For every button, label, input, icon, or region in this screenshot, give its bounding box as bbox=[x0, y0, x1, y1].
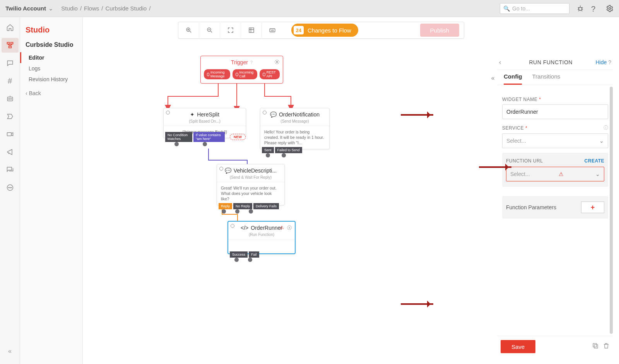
global-search[interactable]: 🔍 Go to... bbox=[500, 3, 569, 14]
sidebar-item-revision-history[interactable]: Revision History bbox=[20, 74, 82, 85]
zoom-in-icon[interactable] bbox=[178, 22, 199, 39]
runner-sub: (Run Function) bbox=[228, 232, 295, 239]
gear-icon[interactable] bbox=[274, 59, 280, 66]
keyboard-icon[interactable] bbox=[262, 22, 283, 39]
svg-rect-18 bbox=[594, 345, 598, 348]
port-no-condition[interactable]: No Condition Matches bbox=[165, 132, 192, 142]
save-button[interactable]: Save bbox=[501, 340, 535, 353]
port-failed[interactable]: Failed to Send bbox=[275, 147, 302, 153]
svg-rect-2 bbox=[7, 43, 9, 44]
panel-hide-link[interactable]: Hide ? bbox=[595, 59, 611, 65]
rail-messaging-icon[interactable] bbox=[2, 56, 19, 70]
panel-back-icon[interactable]: ‹ bbox=[499, 59, 506, 66]
help-icon[interactable]: ? bbox=[591, 5, 599, 12]
search-placeholder: Go to... bbox=[512, 5, 530, 12]
svg-point-9 bbox=[7, 185, 13, 191]
sidebar-back-label: Back bbox=[29, 90, 41, 96]
service-select[interactable]: Select... ⌄ bbox=[502, 133, 608, 148]
sidebar-item-logs[interactable]: Logs bbox=[20, 63, 82, 74]
ordernotif-sub: (Send Message) bbox=[260, 119, 329, 126]
account-name[interactable]: Twilio Account bbox=[5, 5, 46, 12]
vehicle-sub: (Send & Wait For Reply) bbox=[217, 175, 284, 182]
fit-screen-icon[interactable] bbox=[220, 22, 241, 39]
anchor-dot bbox=[166, 111, 170, 114]
port-if-value[interactable]: If value contains "am here" bbox=[193, 132, 225, 142]
changes-to-flow-pill[interactable]: 24 Changes to Flow bbox=[291, 24, 358, 37]
canvas-toolbar: 24 Changes to Flow Publish bbox=[178, 22, 464, 39]
port-success[interactable]: Success bbox=[230, 251, 248, 258]
rail-notify-icon[interactable] bbox=[2, 145, 19, 159]
rail-more-icon[interactable] bbox=[2, 180, 19, 195]
create-link[interactable]: CREATE bbox=[585, 158, 604, 164]
rail-studio-icon[interactable] bbox=[2, 38, 19, 53]
rail-autopilot-icon[interactable] bbox=[2, 91, 19, 106]
service-label: SERVICE* ⓘ bbox=[502, 125, 608, 131]
trigger-pill-message[interactable]: Incoming Message bbox=[204, 69, 230, 79]
crumb-flows[interactable]: Flows bbox=[84, 5, 99, 12]
rail-hash-icon[interactable]: # bbox=[2, 73, 19, 88]
trigger-pill-call[interactable]: Incoming Call bbox=[233, 69, 258, 79]
port-sent[interactable]: Sent bbox=[262, 147, 274, 153]
tab-transitions[interactable]: Transitions bbox=[532, 73, 560, 85]
zoom-out-icon[interactable] bbox=[199, 22, 220, 39]
sidebar-item-editor[interactable]: Editor bbox=[20, 52, 82, 63]
panel-collapse-icon[interactable]: « bbox=[489, 74, 497, 82]
widget-ordernotification[interactable]: 💬OrderNotification (Send Message) Hello!… bbox=[260, 108, 330, 149]
info-icon[interactable]: ⓘ bbox=[604, 125, 609, 131]
breadcrumb: Twilio Account ⌄ Studio / Flows / Curbsi… bbox=[5, 5, 150, 12]
publish-button[interactable]: Publish bbox=[420, 24, 459, 37]
widget-name-label: WIDGET NAME* bbox=[502, 97, 608, 102]
debug-icon[interactable] bbox=[576, 5, 584, 12]
widget-trigger[interactable]: Trigger? Incoming Message Incoming Call … bbox=[200, 56, 283, 84]
svg-rect-8 bbox=[7, 133, 11, 136]
widget-name-input[interactable] bbox=[502, 104, 608, 119]
split-icon: ✦ bbox=[190, 111, 195, 118]
error-icon: ⚠ bbox=[280, 225, 284, 230]
anchor-dot bbox=[231, 224, 234, 228]
sidebar-title: Studio bbox=[20, 26, 82, 41]
panel-scrollbar[interactable] bbox=[610, 87, 613, 334]
port-reply[interactable]: Reply bbox=[219, 203, 232, 209]
crumb-sep: / bbox=[80, 5, 82, 12]
svg-rect-4 bbox=[9, 46, 11, 48]
service-placeholder: Select... bbox=[506, 138, 526, 144]
trigger-pill-rest[interactable]: REST API bbox=[260, 69, 280, 79]
hide-label: Hide bbox=[595, 59, 607, 65]
widget-orderrunner[interactable]: </>OrderRunner ⚠ ⓧ (Run Function) Succes… bbox=[227, 221, 296, 254]
vehicle-body: Great! We'll run your order out. What do… bbox=[217, 182, 284, 205]
widget-heresplit[interactable]: ✦HereSplit (Split Based On...) {{trigger… bbox=[163, 108, 246, 138]
message-icon: 💬 bbox=[225, 167, 231, 174]
annotation-arrow bbox=[479, 166, 511, 168]
help-icon: ? bbox=[608, 59, 611, 65]
port-no-reply[interactable]: No Reply bbox=[233, 203, 252, 209]
rail-functions-icon[interactable] bbox=[2, 109, 19, 124]
add-parameter-button[interactable]: + bbox=[581, 202, 604, 213]
port-new-badge[interactable]: NEW bbox=[230, 134, 246, 140]
svg-point-0 bbox=[579, 7, 582, 10]
svg-rect-3 bbox=[10, 43, 13, 44]
vehicle-title: VehicleDescripti... bbox=[234, 167, 277, 174]
sidebar-back[interactable]: ‹ Back bbox=[20, 85, 82, 96]
rail-conversations-icon[interactable] bbox=[2, 162, 19, 177]
crumb-sep: / bbox=[149, 5, 150, 12]
port-delivery-fails[interactable]: Delivery Fails bbox=[253, 203, 279, 209]
grid-toggle-icon[interactable] bbox=[241, 22, 262, 39]
widget-vehicledescription[interactable]: 💬VehicleDescripti... (Send & Wait For Re… bbox=[217, 164, 285, 205]
crumb-flowname[interactable]: Curbside Studio bbox=[105, 5, 147, 12]
svg-point-6 bbox=[9, 99, 10, 100]
settings-gear-icon[interactable] bbox=[606, 5, 614, 12]
sidebar-flow-name[interactable]: Curbside Studio bbox=[20, 41, 82, 52]
rail-home-icon[interactable] bbox=[2, 20, 19, 35]
help-icon: ? bbox=[250, 60, 253, 65]
port-fail[interactable]: Fail bbox=[249, 251, 259, 258]
close-icon[interactable]: ⓧ bbox=[287, 225, 292, 231]
chevron-down-icon[interactable]: ⌄ bbox=[48, 5, 53, 12]
tab-config[interactable]: Config bbox=[504, 73, 522, 85]
trash-icon[interactable] bbox=[603, 342, 610, 351]
svg-rect-16 bbox=[270, 29, 275, 32]
crumb-studio[interactable]: Studio bbox=[61, 5, 78, 12]
rail-collapse-icon[interactable]: « bbox=[2, 344, 19, 359]
function-url-select[interactable]: Select... ⚠ ⌄ bbox=[506, 167, 604, 181]
rail-video-icon[interactable] bbox=[2, 127, 19, 142]
duplicate-icon[interactable] bbox=[592, 342, 599, 351]
